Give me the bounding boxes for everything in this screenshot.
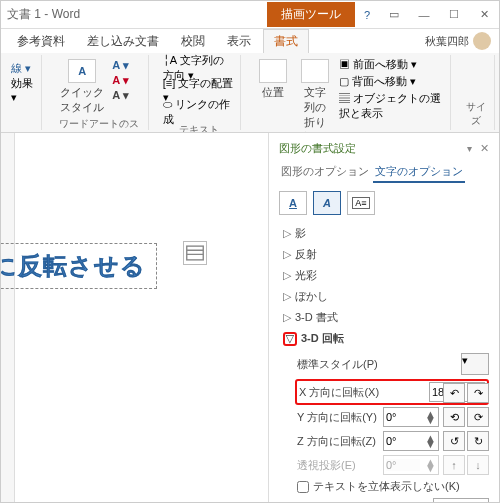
selection-pane-button[interactable]: ▤ オブジェクトの選択と表示 [339, 91, 444, 121]
preset-picker[interactable]: ▾ [461, 353, 489, 375]
text-effects-tab-icon[interactable]: A [313, 191, 341, 215]
section-reflection[interactable]: ▷反射 [279, 244, 489, 265]
text-outline-icon[interactable]: A ▾ [112, 74, 129, 87]
contextual-tab-drawing[interactable]: 描画ツール [267, 2, 355, 27]
bring-forward-button[interactable]: ▣ 前面へ移動 ▾ [339, 57, 444, 72]
wrap-text-button[interactable]: 文字列の 折り返し [295, 57, 335, 133]
y-rotate-down-icon[interactable]: ⟳ [467, 407, 489, 427]
pane-close-icon[interactable]: ✕ [480, 142, 489, 155]
minimize-icon[interactable]: — [409, 4, 439, 26]
section-soft-edges[interactable]: ▷ぼかし [279, 286, 489, 307]
ribbon-collapse-icon[interactable]: ▭ [379, 4, 409, 26]
tab-format[interactable]: 書式 [263, 29, 309, 53]
perspective-label: 透視投影(E) [297, 458, 379, 473]
text-fill-icon[interactable]: A ▾ [112, 59, 129, 72]
keep-text-flat-checkbox[interactable] [297, 481, 309, 493]
z-rotation-label: Z 方向に回転(Z) [297, 434, 379, 449]
y-rotation-label: Y 方向に回転(Y) [297, 410, 379, 425]
document-area[interactable]: に反転させる [1, 133, 269, 503]
user-name-label: 秋葉四郎 [425, 34, 469, 49]
tab-view[interactable]: 表示 [217, 30, 261, 53]
layout-options-icon[interactable] [183, 241, 207, 265]
quick-styles-button[interactable]: A クイック スタイル [56, 57, 108, 117]
y-rotate-up-icon[interactable]: ⟲ [443, 407, 465, 427]
window-title: 文書 1 - Word [1, 6, 267, 23]
y-rotation-input[interactable]: ▲▼ [383, 407, 439, 427]
text-options-tab[interactable]: 文字のオプション [373, 162, 465, 183]
x-rotation-label: X 方向に回転(X) [299, 385, 425, 400]
help-icon[interactable]: ? [355, 9, 379, 21]
tab-review[interactable]: 校閲 [171, 30, 215, 53]
pane-dropdown-icon[interactable]: ▾ [467, 143, 472, 154]
send-backward-button[interactable]: ▢ 背面へ移動 ▾ [339, 74, 444, 89]
keep-text-flat-label: テキストを立体表示しない(K) [313, 479, 460, 494]
wordart-object[interactable]: に反転させる [1, 243, 157, 289]
vertical-ruler [1, 133, 15, 503]
maximize-icon[interactable]: ☐ [439, 4, 469, 26]
line-icon[interactable]: 線 ▾ [11, 61, 31, 76]
textbox-tab-icon[interactable]: A≡ [347, 191, 375, 215]
z-rotation-input[interactable]: ▲▼ [383, 431, 439, 451]
perspective-input: ▲▼ [383, 455, 439, 475]
z-rotate-ccw-icon[interactable]: ↺ [443, 431, 465, 451]
text-fill-outline-tab-icon[interactable]: A [279, 191, 307, 215]
close-icon[interactable]: ✕ [469, 4, 499, 26]
group-size: サイズ [465, 100, 488, 128]
tab-mailings[interactable]: 差し込み文書 [77, 30, 169, 53]
tab-references[interactable]: 参考資料 [7, 30, 75, 53]
section-3d-format[interactable]: ▷3-D 書式 [279, 307, 489, 328]
pane-title: 図形の書式設定 [279, 141, 356, 156]
section-glow[interactable]: ▷光彩 [279, 265, 489, 286]
x-rotate-left-icon[interactable]: ↶ [443, 383, 465, 403]
perspective-narrow-icon: ↑ [443, 455, 465, 475]
avatar-icon [473, 32, 491, 50]
distance-input[interactable]: ▲▼ [433, 498, 489, 503]
group-text: テキスト [163, 123, 234, 133]
section-3d-rotation[interactable]: ▷ 3-D 回転 [279, 328, 489, 349]
perspective-wide-icon: ↓ [467, 455, 489, 475]
z-rotate-cw-icon[interactable]: ↻ [467, 431, 489, 451]
group-wordart-styles: ワードアートのスタイル [56, 117, 142, 133]
preset-label: 標準スタイル(P) [297, 357, 457, 372]
position-button[interactable]: 位置 [255, 57, 291, 133]
user-account[interactable]: 秋葉四郎 [417, 29, 499, 53]
svg-rect-0 [187, 246, 204, 260]
x-rotate-right-icon[interactable]: ↷ [467, 383, 489, 403]
wordart-text: に反転させる [1, 250, 146, 282]
section-shadow[interactable]: ▷影 [279, 223, 489, 244]
effects-icon[interactable]: 効果 ▾ [11, 76, 35, 104]
ribbon: 線 ▾ 効果 ▾ A クイック スタイル A ▾ A ▾ A ▾ ワードアートの… [1, 53, 499, 133]
text-effects-icon[interactable]: A ▾ [112, 89, 129, 102]
format-shape-pane: 図形の書式設定 ▾ ✕ 図形のオプション 文字のオプション A A A≡ ▷影 … [269, 133, 499, 503]
shape-options-tab[interactable]: 図形のオプション [279, 162, 371, 183]
